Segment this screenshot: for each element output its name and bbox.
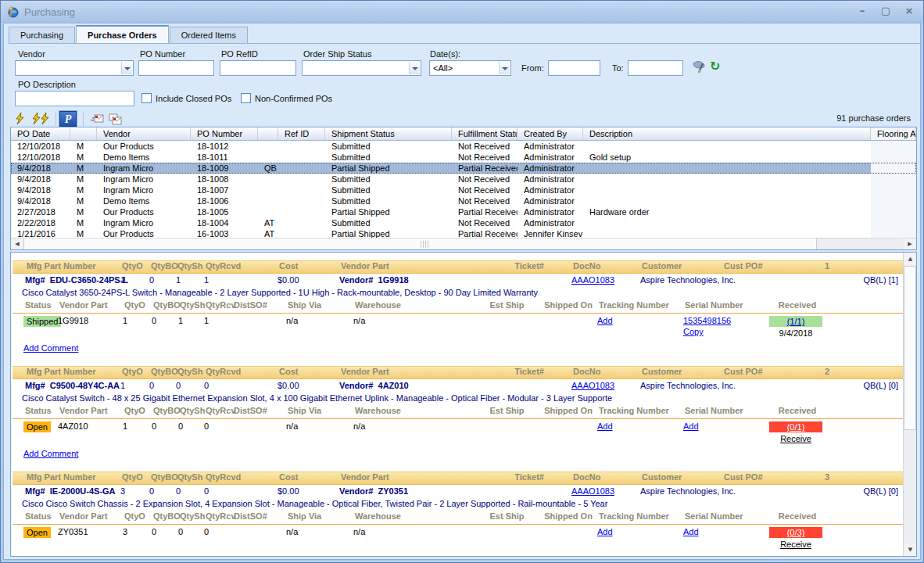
add-tracking-link[interactable]: Add: [597, 316, 613, 325]
email-po-icon[interactable]: [87, 110, 106, 127]
line-item-panel[interactable]: Mfg Part Number QtyO QtyBO QtySh QtyRcvd…: [11, 472, 903, 557]
include-closed-checkbox[interactable]: [141, 93, 152, 103]
table-row[interactable]: 9/4/2018MIngram Micro18-1007SubmittedNot…: [11, 185, 916, 195]
po-number-input[interactable]: [138, 60, 214, 76]
po-description-label: PO Description: [18, 80, 76, 89]
cell-m: M: [70, 206, 97, 217]
receive-link[interactable]: Receive: [752, 434, 840, 443]
cell-vendor: Ingram Micro: [97, 185, 191, 195]
receive-link[interactable]: Receive: [752, 540, 840, 549]
received-badge[interactable]: (0/3): [769, 527, 822, 538]
docno-link[interactable]: AAAO1083: [571, 381, 614, 390]
scroll-down-icon[interactable]: ▼: [904, 543, 917, 556]
vendor-select[interactable]: [15, 60, 134, 76]
run-all-queries-icon[interactable]: [29, 110, 52, 127]
order-ship-status-label: Order Ship Status: [303, 49, 371, 59]
po-description-input[interactable]: [15, 91, 134, 106]
item-description: Cisco Catalyst Switch - 48 x 25 Gigabit …: [22, 393, 903, 406]
order-ship-status-select[interactable]: [302, 60, 421, 76]
table-row[interactable]: 2/22/2018MIngram Micro18-1004ATSubmitted…: [11, 217, 916, 228]
line-item-panel[interactable]: Mfg Part Number QtyO QtyBO QtySh QtyRcvd…: [11, 366, 903, 464]
col-header-vendor[interactable]: Vendor: [97, 127, 191, 140]
col-header-flooring[interactable]: Flooring A: [871, 127, 916, 140]
cell-shipment-status: Submitted: [325, 195, 452, 206]
scroll-right-icon[interactable]: ▶: [904, 238, 916, 250]
chevron-down-icon[interactable]: [409, 62, 420, 74]
table-row[interactable]: 9/4/2018MIngram Micro18-1008SubmittedNot…: [11, 174, 916, 185]
minimize-icon[interactable]: –: [856, 5, 868, 16]
run-query-icon[interactable]: [10, 110, 29, 127]
item-header-band: Mfg Part Number QtyO QtyBO QtySh QtyRcvd…: [13, 366, 903, 379]
received-date: 9/4/2018: [752, 328, 840, 338]
toolbar: P: [4, 109, 920, 128]
cell-m: M: [70, 163, 97, 174]
scroll-left-icon[interactable]: ◀: [11, 238, 23, 250]
scrollbar-thumb[interactable]: [23, 238, 817, 250]
cell-created-by: Administrator: [518, 206, 583, 217]
table-row[interactable]: 9/4/2018MDemo Items18-1006SubmittedNot R…: [11, 195, 916, 206]
col-header-created-by[interactable]: Created By: [518, 127, 583, 140]
received-badge[interactable]: (1/1): [769, 316, 822, 327]
cell-created-by: Administrator: [518, 141, 583, 152]
customer: Aspire Technologies, Inc.: [640, 381, 736, 390]
table-row[interactable]: 12/10/2018MOur Products18-1012SubmittedN…: [11, 141, 916, 152]
refresh-icon[interactable]: ↻: [710, 59, 720, 74]
from-date-input[interactable]: [548, 60, 600, 76]
cell-description: [583, 141, 871, 152]
mfg-part-number: Mfg# IE-2000U-4S-GA: [25, 486, 116, 496]
vertical-scrollbar[interactable]: ▲ ▼: [903, 253, 916, 556]
clear-filter-icon[interactable]: [692, 60, 707, 74]
po-number-label: PO Number: [140, 49, 185, 59]
docno-link[interactable]: AAAO1083: [571, 486, 614, 496]
include-closed-label: Include Closed POs: [156, 94, 231, 103]
mfg-part-number: Mfg# EDU-C3650-24PS-L: [25, 275, 128, 285]
table-row[interactable]: 12/10/2018MDemo Items18-1011SubmittedNot…: [11, 152, 916, 163]
col-header-ref-id[interactable]: Ref ID: [278, 127, 325, 140]
scroll-up-icon[interactable]: ▲: [904, 253, 917, 265]
line-item-panel[interactable]: Mfg Part Number QtyO QtyBO QtySh QtyRcvd…: [11, 260, 903, 359]
tab-ordered-items[interactable]: Ordered Items: [170, 27, 248, 43]
col-header-shipment-status[interactable]: Shipment Status: [325, 127, 452, 140]
add-comment-link[interactable]: Add Comment: [23, 343, 78, 353]
add-comment-link[interactable]: Add Comment: [23, 449, 78, 458]
maximize-icon[interactable]: ▢: [879, 5, 892, 16]
cell-description: [583, 174, 871, 185]
add-tracking-link[interactable]: Add: [597, 527, 613, 536]
tab-purchasing[interactable]: Purchasing: [9, 27, 75, 43]
add-serial-link[interactable]: Add: [683, 421, 699, 431]
cell-po-number: 18-1006: [191, 195, 258, 206]
col-header-fulfillment-status[interactable]: Fulfillment Status: [452, 127, 518, 140]
chevron-down-icon[interactable]: [499, 62, 510, 74]
col-header-blank[interactable]: [258, 127, 278, 140]
scrollbar-thumb[interactable]: [904, 266, 916, 430]
docno-link[interactable]: AAAO1083: [571, 275, 614, 285]
line-number: 2: [794, 367, 829, 376]
col-header-m[interactable]: [70, 127, 97, 140]
to-date-input[interactable]: [628, 60, 683, 76]
add-tracking-link[interactable]: Add: [597, 421, 613, 431]
customer: Aspire Technologies, Inc.: [640, 486, 736, 496]
col-header-description[interactable]: Description: [583, 127, 871, 140]
dates-select[interactable]: <All>: [429, 60, 511, 76]
col-header-po-date[interactable]: PO Date: [11, 127, 70, 140]
email-multiple-po-icon[interactable]: [106, 110, 124, 127]
cell-description: [583, 163, 871, 174]
horizontal-scrollbar[interactable]: ◀ ▶: [11, 238, 916, 249]
line-vendor-part: ZY0351: [58, 527, 88, 536]
col-header-po-number[interactable]: PO Number: [191, 127, 258, 140]
chevron-down-icon[interactable]: [121, 62, 132, 74]
non-confirmed-checkbox[interactable]: [241, 93, 251, 103]
received-badge[interactable]: (0/1): [769, 421, 822, 432]
quickbooks-sync-icon[interactable]: P: [59, 111, 77, 127]
cell-po-number: 18-1008: [191, 174, 258, 185]
copy-serial-link[interactable]: Copy: [683, 327, 731, 336]
table-row-selected[interactable]: 9/4/2018MIngram Micro18-1009QBPartial Sh…: [11, 163, 916, 174]
qty-shipped: 1: [176, 275, 181, 285]
add-serial-link[interactable]: Add: [683, 527, 699, 536]
cell-ref: [258, 185, 278, 195]
tab-purchase-orders[interactable]: Purchase Orders: [76, 25, 169, 43]
po-refid-input[interactable]: [220, 60, 296, 76]
serial-number-link[interactable]: 1535498156: [683, 316, 731, 325]
table-row[interactable]: 2/27/2018MOur Products18-1005Partial Shi…: [11, 206, 916, 217]
close-icon[interactable]: ×: [903, 5, 915, 16]
